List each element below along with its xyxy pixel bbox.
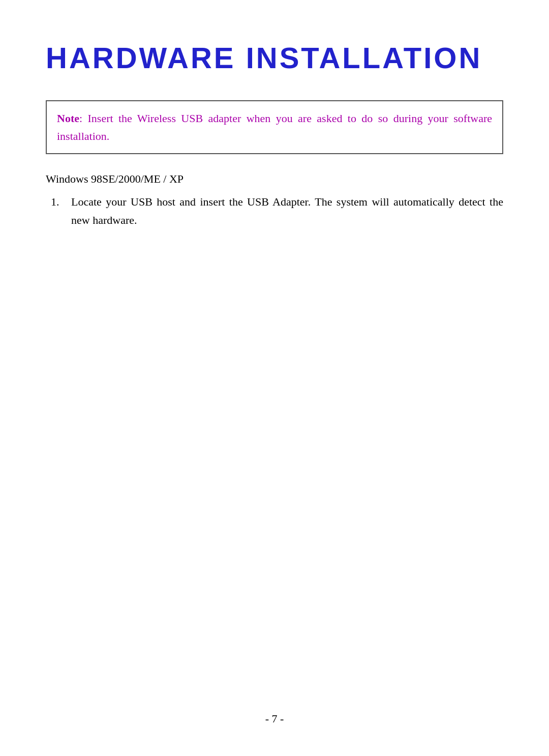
instruction-list: 1. Locate your USB host and insert the U…	[46, 193, 503, 228]
list-item: 1. Locate your USB host and insert the U…	[46, 193, 503, 228]
list-item-text: Locate your USB host and insert the USB …	[71, 193, 503, 228]
note-box: Note: Insert the Wireless USB adapter wh…	[46, 100, 503, 154]
note-label: Note	[57, 112, 79, 125]
page-title: HARDWARE INSTALLATION	[46, 41, 503, 75]
page-container: HARDWARE INSTALLATION Note: Insert the W…	[0, 0, 549, 756]
os-heading: Windows 98SE/2000/ME / XP	[46, 172, 503, 186]
page-footer: - 7 -	[0, 712, 549, 725]
note-text: Note: Insert the Wireless USB adapter wh…	[57, 109, 492, 145]
note-body: : Insert the Wireless USB adapter when y…	[57, 112, 492, 142]
page-number: - 7 -	[265, 712, 284, 725]
list-item-number: 1.	[46, 193, 71, 211]
